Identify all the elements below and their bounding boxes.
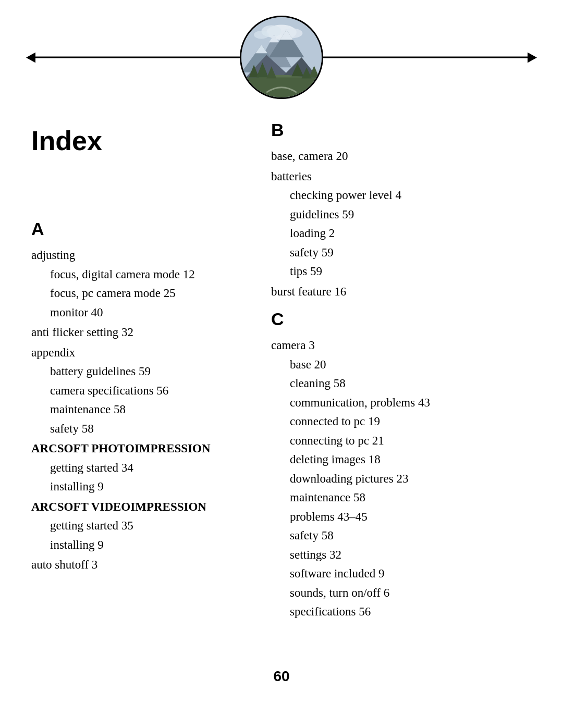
list-item: specifications 56 [271, 603, 532, 621]
index-title: Index [31, 125, 240, 156]
list-item: getting started 34 [31, 459, 240, 477]
list-item: problems 43–45 [271, 508, 532, 526]
svg-point-4 [254, 31, 269, 39]
list-item: installing 9 [31, 536, 240, 554]
list-item: sounds, turn on/off 6 [271, 584, 532, 602]
section-b: B base, camera 20batterieschecking power… [271, 120, 532, 301]
list-item: auto shutoff 3 [31, 556, 240, 574]
list-item: tips 59 [271, 263, 532, 281]
list-item: safety 59 [271, 244, 532, 262]
section-a-letter: A [31, 219, 240, 239]
list-item: safety 58 [31, 420, 240, 438]
list-item: deleting images 18 [271, 451, 532, 469]
list-item: guidelines 59 [271, 206, 532, 224]
list-item: appendix [31, 344, 240, 362]
list-item: ARCSOFT VIDEOIMPRESSION [31, 498, 240, 516]
list-item: focus, digital camera mode 12 [31, 266, 240, 284]
list-item: anti flicker setting 32 [31, 324, 240, 342]
list-item: monitor 40 [31, 304, 240, 322]
list-item: installing 9 [31, 478, 240, 496]
section-c: C camera 3base 20cleaning 58communicatio… [271, 309, 532, 621]
list-item: battery guidelines 59 [31, 363, 240, 381]
list-item: checking power level 4 [271, 187, 532, 205]
list-item: base, camera 20 [271, 147, 532, 166]
list-item: adjusting [31, 246, 240, 265]
list-item: batteries [271, 168, 532, 186]
list-item: maintenance 58 [31, 401, 240, 419]
section-a: A adjustingfocus, digital camera mode 12… [31, 219, 240, 574]
list-item: settings 32 [271, 546, 532, 564]
list-item: burst feature 16 [271, 283, 532, 301]
list-item: camera specifications 56 [31, 382, 240, 400]
header-image [240, 16, 323, 99]
right-entries-b: base, camera 20batterieschecking power l… [271, 147, 532, 301]
list-item: downloading pictures 23 [271, 470, 532, 488]
list-item: connected to pc 19 [271, 413, 532, 431]
list-item: software included 9 [271, 565, 532, 583]
list-item: getting started 35 [31, 517, 240, 535]
list-item: base 20 [271, 356, 532, 374]
header-area [0, 0, 563, 115]
list-item: loading 2 [271, 225, 532, 243]
list-item: focus, pc camera mode 25 [31, 285, 240, 303]
list-item: camera 3 [271, 337, 532, 355]
list-item: cleaning 58 [271, 375, 532, 393]
section-b-letter: B [271, 120, 532, 140]
page-number: 60 [0, 647, 563, 700]
left-entries: adjustingfocus, digital camera mode 12fo… [31, 246, 240, 574]
content-area: Index A adjustingfocus, digital camera m… [0, 115, 563, 626]
right-entries-c: camera 3base 20cleaning 58communication,… [271, 337, 532, 621]
page-container: Index A adjustingfocus, digital camera m… [0, 0, 563, 728]
list-item: maintenance 58 [271, 489, 532, 507]
section-c-letter: C [271, 309, 532, 329]
list-item: safety 58 [271, 527, 532, 545]
list-item: connecting to pc 21 [271, 432, 532, 450]
left-column: Index A adjustingfocus, digital camera m… [31, 115, 250, 626]
right-column: B base, camera 20batterieschecking power… [271, 115, 532, 626]
list-item: ARCSOFT PHOTOIMPRESSION [31, 440, 240, 458]
list-item: communication, problems 43 [271, 394, 532, 412]
